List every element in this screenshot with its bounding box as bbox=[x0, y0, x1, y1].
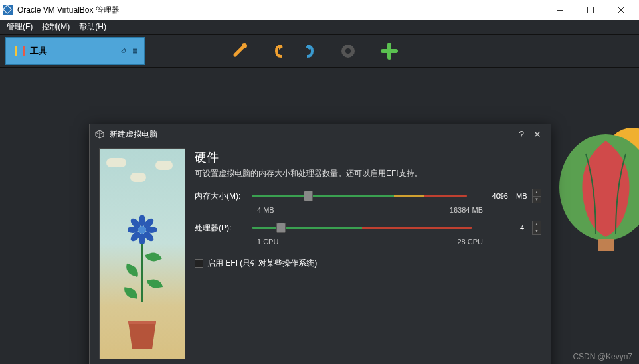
memory-spinner[interactable]: ▲▼ bbox=[532, 189, 541, 203]
dialog-icon bbox=[95, 130, 104, 139]
menubar: 管理(F) 控制(M) 帮助(H) bbox=[0, 20, 639, 35]
list-icon[interactable] bbox=[132, 46, 139, 56]
pin-icon[interactable] bbox=[120, 46, 128, 56]
maximize-button[interactable] bbox=[575, 0, 606, 20]
svg-rect-5 bbox=[19, 46, 21, 56]
dialog-title-text: 新建虚拟电脑 bbox=[110, 129, 157, 140]
wizard-illustration bbox=[99, 148, 185, 359]
watermark: CSDN @Kevyn7 bbox=[573, 352, 632, 361]
section-title: 硬件 bbox=[195, 149, 541, 165]
svg-rect-1 bbox=[588, 7, 594, 13]
tools-label: 工具 bbox=[30, 45, 47, 57]
app-icon bbox=[3, 5, 13, 15]
background-illustration bbox=[546, 121, 639, 267]
menu-help[interactable]: 帮助(H) bbox=[75, 21, 110, 33]
import-icon[interactable] bbox=[296, 41, 318, 62]
memory-max-tick: 16384 MB bbox=[450, 206, 483, 214]
memory-min-tick: 4 MB bbox=[257, 206, 274, 214]
export-icon[interactable] bbox=[271, 41, 292, 62]
tools-tile[interactable]: 工具 bbox=[5, 37, 145, 65]
toolbar: 工具 bbox=[0, 35, 639, 68]
svg-rect-6 bbox=[23, 46, 25, 56]
memory-unit: MB bbox=[516, 192, 527, 200]
efi-checkbox[interactable] bbox=[195, 259, 203, 268]
cpu-label: 处理器(P): bbox=[195, 223, 246, 234]
dialog-close-icon[interactable]: ✕ bbox=[533, 129, 541, 139]
hardware-form: 硬件 可设置虚拟电脑的内存大小和处理器数量。还可以启用EFI支持。 内存大小(M… bbox=[195, 148, 541, 359]
main-titlebar: Oracle VM VirtualBox 管理器 bbox=[0, 0, 639, 20]
minimize-button[interactable] bbox=[545, 0, 575, 20]
gear-icon[interactable] bbox=[337, 41, 359, 62]
cpu-slider[interactable] bbox=[252, 221, 472, 234]
svg-rect-15 bbox=[598, 239, 614, 251]
svg-point-24 bbox=[138, 226, 146, 234]
content-area: 新建虚拟电脑 ? ✕ bbox=[0, 68, 639, 364]
memory-value[interactable]: 4096 bbox=[472, 191, 511, 201]
settings-icon[interactable] bbox=[230, 41, 251, 62]
dialog-footer: 帮助(H) 返回(B) 下一步(N) 取消(C) bbox=[90, 359, 551, 364]
cpu-max-tick: 28 CPU bbox=[457, 238, 483, 246]
svg-point-10 bbox=[242, 43, 247, 48]
window-title: Oracle VM VirtualBox 管理器 bbox=[17, 5, 120, 16]
memory-slider[interactable] bbox=[252, 189, 467, 203]
add-icon[interactable] bbox=[379, 41, 400, 62]
cpu-value[interactable]: 4 bbox=[478, 223, 527, 233]
efi-label: 启用 EFI (只针对某些操作系统) bbox=[207, 258, 317, 269]
dialog-help-icon[interactable]: ? bbox=[519, 129, 524, 139]
menu-machine[interactable]: 控制(M) bbox=[38, 21, 74, 33]
dialog-titlebar: 新建虚拟电脑 ? ✕ bbox=[90, 124, 551, 144]
close-button[interactable] bbox=[606, 0, 636, 20]
cpu-spinner[interactable]: ▲▼ bbox=[532, 221, 541, 235]
memory-label: 内存大小(M): bbox=[195, 191, 246, 202]
section-description: 可设置虚拟电脑的内存大小和处理器数量。还可以启用EFI支持。 bbox=[195, 168, 541, 179]
cpu-min-tick: 1 CPU bbox=[257, 238, 278, 246]
svg-point-12 bbox=[345, 48, 351, 54]
menu-file[interactable]: 管理(F) bbox=[3, 21, 37, 33]
svg-rect-4 bbox=[15, 46, 17, 56]
tools-icon bbox=[11, 44, 30, 58]
new-vm-dialog: 新建虚拟电脑 ? ✕ bbox=[89, 124, 551, 364]
